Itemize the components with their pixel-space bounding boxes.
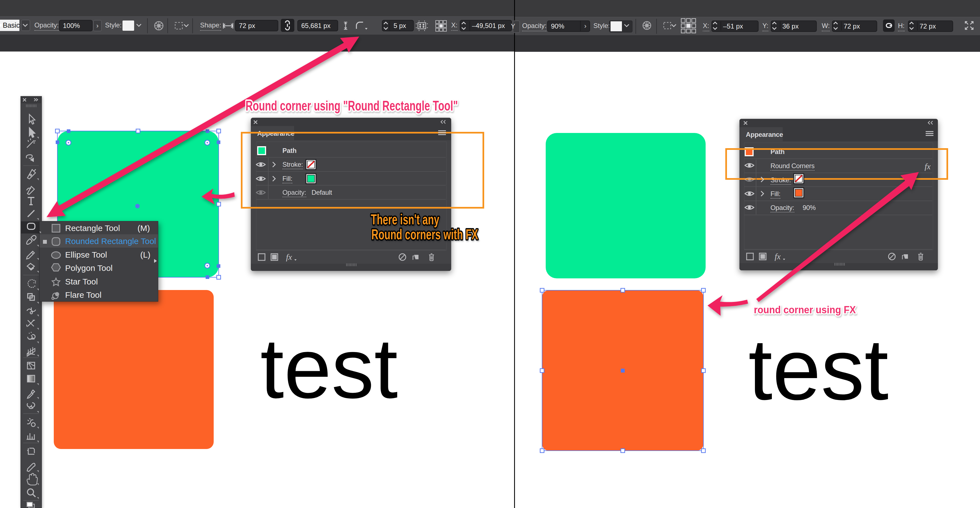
svg-text:round corner using FX: round corner using FX: [754, 304, 856, 316]
svg-text:There isn't any: There isn't any: [371, 211, 439, 227]
svg-text:Round corner using "Round Rect: Round corner using "Round Rectangle Tool…: [245, 98, 458, 114]
svg-text:Round corners with FX: Round corners with FX: [371, 226, 478, 242]
